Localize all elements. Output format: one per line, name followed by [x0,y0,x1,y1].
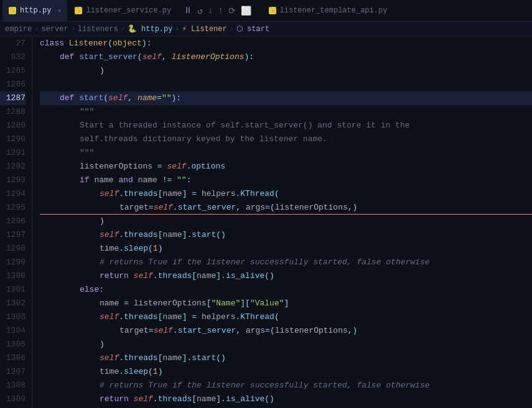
breadcrumb-start-func[interactable]: ⬡ start [236,24,269,34]
ln-1293: 1293 [0,174,26,187]
editor-container: 🐍 http.py ✕ 🐍 listener_service.py ⏸ ↺ ↓ … [0,0,532,408]
download-icon[interactable]: ↓ [208,6,213,16]
breadcrumb-sep-3: › [121,25,125,34]
code-line-1309: return self.threads[name].is_alive() [40,392,532,406]
code-line-1292: listenerOptions = self.options [40,160,532,174]
breadcrumb-server[interactable]: server [41,25,68,34]
code-line-1294: self.threads[name] = helpers.KThread( [40,187,532,201]
ln-1291: 1291 [0,146,26,160]
code-line-1299: # returns True if the listener successfu… [40,256,532,269]
ln-1289: 1289 [0,119,26,132]
breadcrumb-http-py[interactable]: 🐍 http.py [128,24,173,34]
code-line-1291: """ [40,146,532,160]
tab-label-http-py: http.py [20,6,51,15]
breadcrumb: empire › server › listeners › 🐍 http.py … [0,22,532,37]
line-numbers: 27 832 1285 1286 1287 1288 1289 1290 129… [0,37,32,408]
code-line-1296: ) [40,215,532,228]
code-line-1295: target=self.start_server, args=(listener… [40,201,532,215]
tab-bar: 🐍 http.py ✕ 🐍 listener_service.py ⏸ ↺ ↓ … [0,0,532,22]
code-line-1298: time.sleep(1) [40,242,532,256]
editor-body: 27 832 1285 1286 1287 1288 1289 1290 129… [0,37,532,408]
ln-1285: 1285 [0,64,26,78]
ln-1309: 1309 [0,392,26,406]
ln-1288: 1288 [0,105,26,119]
refresh-icon[interactable]: ↺ [197,6,202,16]
code-line-1304: target=self.start_server, args=(listener… [40,324,532,338]
ln-1286: 1286 [0,78,26,91]
breadcrumb-listener-class[interactable]: ⚡ Listener [182,24,227,34]
code-line-1306: self.threads[name].start() [40,351,532,365]
ln-1298: 1298 [0,242,26,256]
code-line-1293: if name and name != "": [40,174,532,187]
ln-1304: 1304 [0,324,26,338]
code-line-1307: time.sleep(1) [40,365,532,379]
ln-832: 832 [0,50,26,64]
ln-1296: 1296 [0,215,26,228]
ln-1306: 1306 [0,351,26,365]
ln-1294: 1294 [0,187,26,201]
ln-1303: 1303 [0,310,26,324]
tab-listener-template[interactable]: 🐍 listener_template_api.py [263,0,394,21]
code-line-1286 [40,78,532,91]
breadcrumb-sep-1: › [34,25,39,34]
code-line-1289: Start a threaded instance of self.start_… [40,119,532,132]
breadcrumb-sep-5: › [230,25,234,34]
pause-icon[interactable]: ⏸ [184,6,192,16]
tab-label-listener-service: listener_service.py [86,6,171,15]
code-line-1303: self.threads[name] = helpers.KThread( [40,310,532,324]
ln-1299: 1299 [0,256,26,269]
code-line-1285: ) [40,64,532,78]
code-line-1287: def start(self, name=""): [40,91,532,105]
python-icon-1: 🐍 [9,7,16,14]
ln-1300: 1300 [0,269,26,283]
code-line-1288: """ [40,105,532,119]
code-line-1302: name = listenerOptions["Name"]["Value"] [40,297,532,310]
tab-close-http-py[interactable]: ✕ [57,7,61,14]
ln-1295: 1295 [0,201,26,215]
toolbar-icons: ⏸ ↺ ↓ ↑ ⟳ ⬜ [184,6,256,16]
window-icon[interactable]: ⬜ [241,6,251,16]
tab-http-py[interactable]: 🐍 http.py ✕ [2,0,67,21]
ln-1301: 1301 [0,283,26,297]
upload-icon[interactable]: ↑ [218,6,223,16]
ln-1302: 1302 [0,297,26,310]
ln-1290: 1290 [0,132,26,146]
code-line-1308: # returns True if the listener successfu… [40,379,532,392]
breadcrumb-empire[interactable]: empire [5,25,32,34]
ln-1287: 1287 [0,91,26,105]
breadcrumb-sep-4: › [175,25,179,34]
code-line-1301: else: [40,283,532,297]
ln-1307: 1307 [0,365,26,379]
python-icon-2: 🐍 [75,7,82,14]
reload-icon[interactable]: ⟳ [228,6,236,16]
code-line-27: class Listener(object): [40,37,532,50]
code-area[interactable]: class Listener(object): def start_server… [32,37,532,408]
tab-label-listener-template: listener_template_api.py [280,6,388,15]
ln-1308: 1308 [0,379,26,392]
breadcrumb-listeners[interactable]: listeners [78,25,118,34]
code-line-1297: self.threads[name].start() [40,228,532,242]
code-line-1290: self.threads dictionary keyed by the lis… [40,132,532,146]
breadcrumb-sep-2: › [71,25,75,34]
tab-listener-service[interactable]: 🐍 listener_service.py [68,0,177,21]
code-line-1300: return self.threads[name].is_alive() [40,269,532,283]
ln-1292: 1292 [0,160,26,174]
ln-1297: 1297 [0,228,26,242]
code-line-832: def start_server(self, listenerOptions): [40,50,532,64]
ln-1305: 1305 [0,338,26,351]
code-line-1305: ) [40,338,532,351]
ln-27: 27 [0,37,26,50]
python-icon-3: 🐍 [269,7,276,14]
